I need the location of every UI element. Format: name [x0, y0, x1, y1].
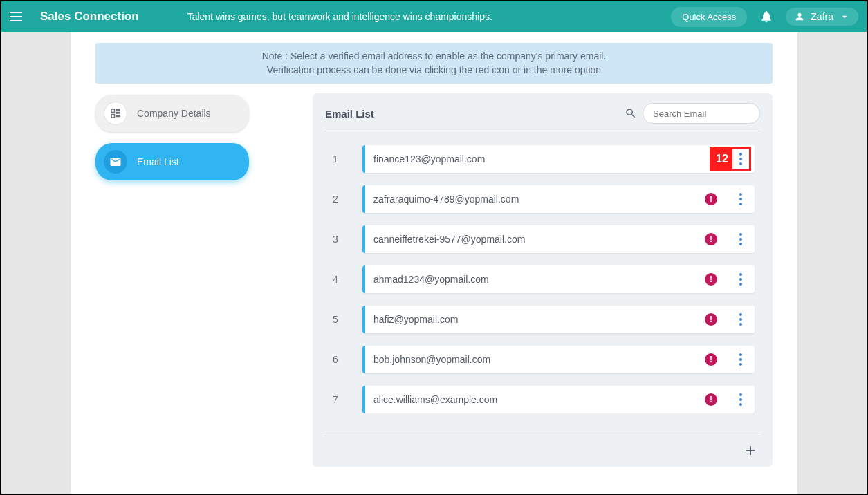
more-options-icon[interactable]: [737, 150, 745, 168]
email-item[interactable]: zafraraquimo-4789@yopmail.com!: [362, 185, 755, 213]
page-body: Note : Select a verified email address t…: [1, 32, 867, 494]
email-item[interactable]: hafiz@yopmail.com!: [362, 306, 755, 333]
email-rows[interactable]: 1finance123@yopmail.com122zafraraquimo-4…: [325, 145, 760, 413]
add-email-button[interactable]: +: [741, 440, 760, 460]
user-icon: [794, 11, 805, 22]
callout-number: 12: [712, 149, 732, 169]
row-number: 7: [325, 394, 346, 405]
note-line-2: Verification process can be done via cli…: [104, 64, 764, 77]
note-line-1: Note : Select a verified email address t…: [104, 50, 764, 64]
top-bar: Sales Connection Talent wins games, but …: [1, 1, 867, 32]
email-address: hafiz@yopmail.com: [373, 314, 705, 325]
panel-title: Email List: [325, 108, 374, 120]
email-row: 4ahmad1234@yopmail.com!: [325, 265, 755, 293]
info-note: Note : Select a verified email address t…: [95, 43, 773, 84]
email-icon: [104, 150, 127, 174]
user-name: Zafra: [811, 11, 833, 22]
more-options-icon[interactable]: [737, 391, 745, 409]
email-address: canneiffetrekei-9577@yopmail.com: [373, 234, 705, 245]
email-item[interactable]: bob.johnson@yopmail.com!: [362, 346, 755, 373]
nav-email-list[interactable]: Email List: [95, 143, 249, 180]
email-address: ahmad1234@yopmail.com: [373, 274, 705, 285]
unverified-warning-icon[interactable]: !: [705, 273, 717, 286]
row-number: 5: [325, 314, 346, 325]
email-address: bob.johnson@yopmail.com: [373, 354, 705, 365]
more-options-icon[interactable]: [737, 190, 745, 208]
email-item[interactable]: finance123@yopmail.com12: [362, 145, 755, 173]
notification-bell-icon[interactable]: [759, 10, 773, 24]
email-address: finance123@yopmail.com: [373, 153, 746, 165]
unverified-warning-icon[interactable]: !: [705, 353, 717, 366]
company-icon: [104, 102, 127, 125]
user-menu[interactable]: Zafra: [786, 8, 858, 26]
email-row: 3canneiffetrekei-9577@yopmail.com!: [325, 225, 755, 253]
tagline: Talent wins games, but teamwork and inte…: [187, 11, 672, 22]
email-item[interactable]: alice.williams@example.com!: [362, 386, 755, 413]
email-row: 1finance123@yopmail.com12: [325, 145, 755, 173]
search-wrap: [625, 103, 760, 124]
row-number: 3: [325, 234, 346, 245]
email-row: 2zafraraquimo-4789@yopmail.com!: [325, 185, 755, 213]
email-item[interactable]: ahmad1234@yopmail.com!: [362, 265, 755, 293]
panel-header: Email List: [325, 103, 760, 131]
search-icon[interactable]: [625, 107, 637, 120]
nav-email-list-label: Email List: [137, 156, 179, 167]
email-row: 7alice.williams@example.com!: [325, 386, 755, 413]
nav-company-details-label: Company Details: [137, 108, 211, 119]
unverified-warning-icon[interactable]: !: [705, 313, 717, 326]
content-row: Company Details Email List Email List: [95, 93, 773, 467]
app-title: Sales Connection: [40, 10, 139, 24]
row-number: 4: [325, 274, 346, 285]
row-number: 1: [325, 153, 346, 165]
row-number: 6: [325, 354, 346, 365]
email-address: alice.williams@example.com: [373, 394, 705, 405]
unverified-warning-icon[interactable]: !: [705, 193, 717, 205]
search-input[interactable]: [643, 103, 760, 124]
left-nav: Company Details Email List: [95, 93, 296, 467]
more-options-icon[interactable]: [737, 230, 745, 248]
unverified-warning-icon[interactable]: !: [705, 393, 717, 406]
more-options-icon[interactable]: [737, 351, 745, 368]
email-row: 6bob.johnson@yopmail.com!: [325, 346, 755, 373]
callout-highlight: 12: [710, 147, 751, 171]
more-options-icon[interactable]: [737, 270, 745, 288]
unverified-warning-icon[interactable]: !: [705, 233, 717, 245]
more-options-icon[interactable]: [737, 310, 745, 328]
nav-company-details[interactable]: Company Details: [95, 95, 249, 132]
email-list-panel: Email List 1finance123@yopmail.com122zaf…: [313, 93, 773, 467]
content-card: Note : Select a verified email address t…: [71, 32, 797, 494]
panel-divider: [325, 436, 760, 436]
email-row: 5hafiz@yopmail.com!: [325, 306, 755, 333]
menu-icon[interactable]: [10, 8, 26, 25]
chevron-down-icon: [839, 11, 850, 22]
email-item[interactable]: canneiffetrekei-9577@yopmail.com!: [362, 225, 755, 253]
email-address: zafraraquimo-4789@yopmail.com: [373, 194, 705, 205]
quick-access-button[interactable]: Quick Access: [671, 7, 747, 27]
row-number: 2: [325, 194, 346, 205]
